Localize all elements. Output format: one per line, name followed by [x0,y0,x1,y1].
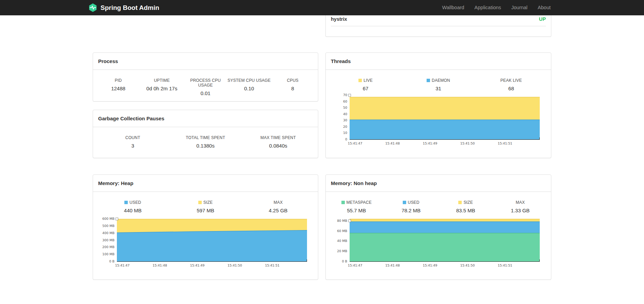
process-panel: Process PID 12488 UPTIME 0d 0h 2m 17s PR… [93,52,318,102]
svg-text:70: 70 [343,93,347,97]
svg-text:500 MB: 500 MB [102,224,114,228]
svg-text:60 MB: 60 MB [337,229,347,233]
process-panel-title: Process [93,53,318,70]
svg-text:300 MB: 300 MB [102,238,114,242]
metric-system-cpu-usage: SYSTEM CPU USAGE 0.10 [227,78,271,96]
memory-heap-panel: Memory: Heap USED 440 MB SIZE 597 MB MAX… [93,174,318,280]
svg-text:40: 40 [343,112,347,116]
svg-text:15:41:49: 15:41:49 [423,263,438,267]
memory-heap-legend: USED 440 MB SIZE 597 MB MAX 4.25 GB [93,192,318,213]
svg-text:15:41:47: 15:41:47 [348,263,363,267]
metaspace-swatch-icon [341,201,345,204]
health-row-hystrix: hystrix UP [331,15,546,26]
svg-text:40 MB: 40 MB [337,239,347,243]
svg-text:200 MB: 200 MB [102,245,114,249]
metric-gc-total-time: TOTAL TIME SPENT 0.1380s [169,135,242,149]
svg-text:15:41:50: 15:41:50 [460,141,475,145]
memory-heap-chart: 0 B100 MB200 MB300 MB400 MB500 MB600 MB1… [93,211,318,270]
metric-gc-count: COUNT 3 [96,135,169,149]
memory-non-heap-panel-title: Memory: Non heap [326,175,551,192]
threads-panel-title: Threads [326,53,551,70]
svg-text:100 MB: 100 MB [102,252,114,256]
metric-process-cpu-usage: PROCESS CPU USAGE 0.01 [184,78,227,96]
svg-text:15:41:48: 15:41:48 [153,263,167,267]
daemon-swatch-icon [427,79,430,82]
svg-text:60: 60 [343,100,347,103]
process-metrics: PID 12488 UPTIME 0d 0h 2m 17s PROCESS CP… [93,70,318,96]
threads-panel: Threads LIVE 67 DAEMON 31 PEAK LIVE 68 0… [325,52,551,158]
svg-text:400 MB: 400 MB [102,231,114,235]
svg-text:15:41:49: 15:41:49 [190,263,205,267]
memory-non-heap-chart: 0 B20 MB40 MB60 MB80 MB15:41:4715:41:481… [326,211,551,270]
svg-text:50: 50 [343,106,347,109]
main-content: hystrix UP Process PID 12488 UPTIME 0d 0… [93,15,551,304]
brand-link[interactable]: Spring Boot Admin [88,3,159,12]
memory-heap-panel-title: Memory: Heap [93,175,318,192]
svg-text:20 MB: 20 MB [337,249,347,253]
health-panel: hystrix UP [325,15,551,37]
brand-title: Spring Boot Admin [101,4,159,12]
svg-text:30: 30 [343,118,347,122]
nav-item-journal[interactable]: Journal [506,0,533,15]
svg-text:20: 20 [343,125,347,128]
gc-panel: Garbage Collection Pauses COUNT 3 TOTAL … [93,110,318,158]
size-swatch-icon [198,201,202,204]
svg-text:15:41:51: 15:41:51 [498,141,512,145]
svg-text:0 B: 0 B [109,259,114,263]
memory-non-heap-panel: Memory: Non heap METASPACE 55.7 MB USED … [325,174,551,280]
gc-panel-title: Garbage Collection Pauses [93,110,318,127]
metric-pid: PID 12488 [96,78,140,96]
memory-non-heap-legend: METASPACE 55.7 MB USED 78.2 MB SIZE 83.5… [326,192,551,213]
threads-chart: 01020304050607015:41:4715:41:4815:41:491… [326,89,551,148]
nav-item-about[interactable]: About [533,0,556,15]
svg-text:15:41:48: 15:41:48 [385,263,400,267]
spring-boot-admin-logo-icon [88,3,97,12]
gc-metrics: COUNT 3 TOTAL TIME SPENT 0.1380s MAX TIM… [93,127,318,149]
svg-text:600 MB: 600 MB [102,217,114,221]
live-swatch-icon [358,79,362,82]
svg-text:15:41:49: 15:41:49 [423,141,438,145]
svg-text:15:41:48: 15:41:48 [385,141,400,145]
used-swatch-icon [403,201,406,204]
metric-gc-max-time: MAX TIME SPENT 0.0840s [242,135,315,149]
svg-text:15:41:50: 15:41:50 [460,263,475,267]
svg-text:10: 10 [343,131,347,135]
used-swatch-icon [124,201,128,204]
svg-text:15:41:50: 15:41:50 [228,263,242,267]
metric-uptime: UPTIME 0d 0h 2m 17s [140,78,184,96]
nav-item-applications[interactable]: Applications [469,0,506,15]
navbar: Spring Boot Admin Wallboard Applications… [0,0,644,15]
size-swatch-icon [458,201,462,204]
svg-text:15:41:51: 15:41:51 [265,263,280,267]
svg-text:0: 0 [345,137,347,141]
svg-text:80 MB: 80 MB [337,219,347,223]
svg-text:15:41:47: 15:41:47 [115,263,130,267]
metric-cpus: CPUS 8 [271,78,315,96]
navbar-menu: Wallboard Applications Journal About [437,0,556,15]
svg-text:0 B: 0 B [342,259,347,263]
navbar-inner: Spring Boot Admin Wallboard Applications… [88,0,556,15]
svg-text:15:41:47: 15:41:47 [348,141,363,145]
health-service-name: hystrix [331,16,347,22]
nav-item-wallboard[interactable]: Wallboard [437,0,470,15]
svg-text:15:41:51: 15:41:51 [498,263,512,267]
health-status-badge: UP [539,16,546,22]
threads-legend: LIVE 67 DAEMON 31 PEAK LIVE 68 [326,70,551,91]
